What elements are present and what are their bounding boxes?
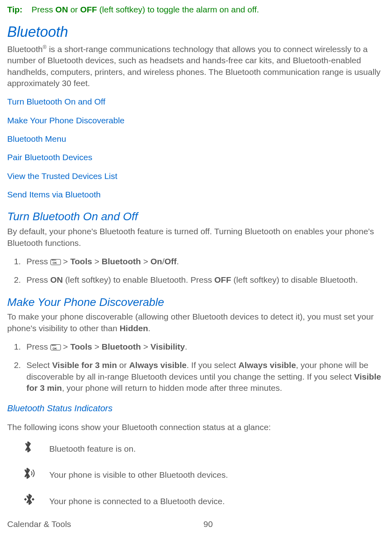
- s1s2-b2: OFF: [214, 275, 231, 284]
- icon-desc-visible: Your phone is visible to other Bluetooth…: [49, 469, 228, 481]
- s1s1-p3: >: [141, 257, 151, 266]
- tip-text-mid: or: [68, 5, 80, 14]
- s2-intro-b: Hidden: [120, 324, 148, 333]
- intro-paragraph: Bluetooth® is a short-range communicatio…: [7, 44, 385, 89]
- intro-word: Bluetooth: [7, 44, 43, 54]
- tip-line: Tip: Press ON or OFF (left softkey) to t…: [7, 4, 385, 15]
- svg-rect-0: [24, 498, 27, 501]
- s2s2-b2: Always visible: [129, 360, 187, 370]
- section1-steps: Press > Tools > Bluetooth > On/Off. Pres…: [23, 256, 385, 286]
- menu-ok-icon: [50, 259, 61, 265]
- s2s2-t2: . If you select: [187, 360, 239, 370]
- intro-rest: is a short-range communications technolo…: [7, 44, 380, 88]
- s2s1-b2: Bluetooth: [102, 342, 141, 351]
- section2-steps: Press > Tools > Bluetooth > Visibility. …: [23, 341, 385, 394]
- s2s1-post: .: [185, 342, 187, 351]
- s1s2-post: (left softkey) to disable Bluetooth.: [231, 275, 358, 284]
- section2-step2: Select Visible for 3 min or Always visib…: [23, 360, 385, 394]
- s2s2-b1: Visible for 3 min: [52, 360, 117, 370]
- tip-label: Tip:: [7, 4, 29, 15]
- tip-off: OFF: [80, 5, 97, 14]
- menu-ok-icon: [50, 344, 61, 350]
- section2-intro: To make your phone discoverable (allowin…: [7, 311, 385, 334]
- s2-intro-post: .: [148, 324, 151, 333]
- bluetooth-connected-icon: [23, 493, 49, 510]
- s2s1-pre: Press: [26, 342, 50, 351]
- s1s2-pre: Press: [26, 275, 50, 284]
- toc-link-turn-on-off[interactable]: Turn Bluetooth On and Off: [7, 96, 385, 107]
- s2s2-b3: Always visible: [239, 360, 296, 370]
- s2s1-p3: >: [141, 342, 151, 351]
- heading-status-indicators: Bluetooth Status Indicators: [7, 402, 385, 414]
- icon-desc-connected: Your phone is connected to a Bluetooth d…: [49, 496, 225, 507]
- s2s2-t1: or: [117, 360, 129, 370]
- s2s1-b1: Tools: [70, 342, 92, 351]
- icon-desc-on: Bluetooth feature is on.: [49, 443, 136, 454]
- s1s1-b3: On: [151, 257, 162, 266]
- icon-row-connected: Your phone is connected to a Bluetooth d…: [23, 493, 385, 510]
- s1s1-pre: Press: [26, 257, 50, 266]
- s2s2-t4: , your phone will return to hidden mode …: [62, 383, 282, 392]
- s1s1-p1: >: [61, 257, 70, 266]
- s1s1-b1: Tools: [70, 257, 92, 266]
- section3-intro: The following icons show your Bluetooth …: [7, 422, 385, 433]
- icon-row-visible: Your phone is visible to other Bluetooth…: [23, 467, 385, 484]
- toc-link-trusted[interactable]: View the Trusted Devices List: [7, 171, 385, 182]
- s1s1-post: .: [177, 257, 179, 266]
- section2-step1: Press > Tools > Bluetooth > Visibility.: [23, 341, 385, 352]
- s1s2-b1: ON: [50, 275, 63, 284]
- s1s1-p2: >: [92, 257, 102, 266]
- page-footer: Calendar & Tools 90: [7, 519, 385, 530]
- s2s1-p2: >: [92, 342, 102, 351]
- heading-turn-on-off: Turn Bluetooth On and Off: [7, 209, 385, 224]
- tip-text-post: (left softkey) to toggle the alarm on an…: [97, 5, 259, 14]
- footer-section: Calendar & Tools: [7, 519, 203, 530]
- toc-link-send[interactable]: Send Items via Bluetooth: [7, 189, 385, 200]
- footer-page-number: 90: [203, 519, 213, 530]
- s2s2-pre: Select: [26, 360, 52, 370]
- section1-intro: By default, your phone's Bluetooth featu…: [7, 226, 385, 249]
- registered-symbol: ®: [43, 44, 47, 50]
- toc-link-discoverable[interactable]: Make Your Phone Discoverable: [7, 115, 385, 126]
- heading-discoverable: Make Your Phone Discoverable: [7, 295, 385, 310]
- icon-row-on: Bluetooth feature is on.: [23, 440, 385, 457]
- s2s1-b3: Visibility: [151, 342, 185, 351]
- s1s1-b4: Off: [165, 257, 177, 266]
- s1s2-mid: (left softkey) to enable Bluetooth. Pres…: [63, 275, 214, 284]
- tip-on: ON: [55, 5, 68, 14]
- heading-bluetooth: Bluetooth: [7, 22, 385, 42]
- s1s1-b2: Bluetooth: [102, 257, 141, 266]
- tip-text-pre: Press: [32, 5, 56, 14]
- bluetooth-on-icon: [23, 440, 49, 457]
- s2s1-p1: >: [61, 342, 70, 351]
- svg-rect-1: [32, 498, 34, 501]
- toc-link-menu[interactable]: Bluetooth Menu: [7, 133, 385, 145]
- section1-step2: Press ON (left softkey) to enable Blueto…: [23, 274, 385, 286]
- s2-intro-pre: To make your phone discoverable (allowin…: [7, 312, 374, 332]
- bluetooth-visible-icon: [23, 467, 49, 484]
- section1-step1: Press > Tools > Bluetooth > On/Off.: [23, 256, 385, 267]
- toc-link-pair[interactable]: Pair Bluetooth Devices: [7, 152, 385, 163]
